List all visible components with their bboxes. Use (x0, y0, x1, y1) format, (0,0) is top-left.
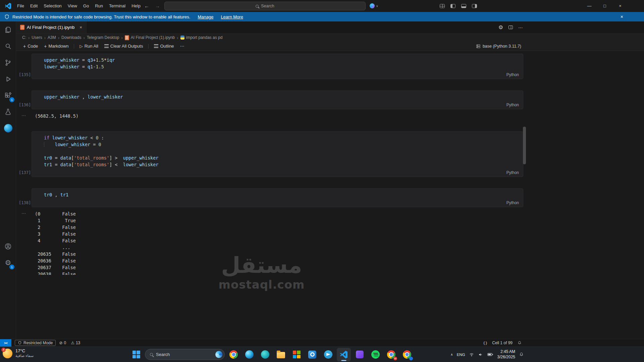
split-editor-icon[interactable] (508, 25, 513, 29)
battery-icon[interactable] (487, 352, 494, 357)
clear-all-outputs-button[interactable]: Clear All Outputs (102, 42, 146, 51)
toolbar-more-icon[interactable]: ⋯ (178, 42, 187, 51)
restricted-mode-status[interactable]: Restricted Mode (15, 340, 56, 346)
output-collapse-icon[interactable]: ⋯ (21, 211, 26, 216)
taskbar-bell-icon[interactable] (519, 352, 524, 357)
menu-help[interactable]: Help (128, 0, 144, 12)
weather-widget[interactable]: 4 17°C سماء صافية (3, 348, 34, 358)
banner-close-icon[interactable]: × (621, 14, 623, 19)
breadcrumb-item[interactable]: C: (22, 35, 26, 40)
cell-output[interactable]: ⋯(5682.5, 1448.5) (16, 113, 523, 119)
copilot-icon[interactable]: ∨ (370, 0, 378, 12)
remote-indicator[interactable]: >< (0, 339, 11, 347)
taskbar-chrome-icon[interactable] (226, 348, 240, 361)
breadcrumb-item[interactable]: Downloads (61, 35, 81, 40)
add-markdown-button[interactable]: + Markdown (42, 42, 71, 51)
taskbar-telegram-icon[interactable] (321, 348, 335, 361)
source-control-icon[interactable] (0, 54, 16, 71)
breadcrumb-item[interactable]: A3M (48, 35, 56, 40)
taskbar-teams-icon[interactable] (258, 348, 272, 361)
menu-selection[interactable]: Selection (41, 0, 64, 12)
tab-close-icon[interactable]: × (79, 25, 82, 30)
output-collapse-icon[interactable]: ⋯ (21, 113, 26, 118)
toggle-secondary-sidebar-icon[interactable] (472, 4, 477, 8)
search-sidebar-icon[interactable] (0, 38, 16, 54)
cell-editor[interactable]: upper_whisker , lower_whiskerPython (32, 90, 523, 109)
cell-language-picker[interactable]: Python (506, 200, 519, 205)
more-actions-icon[interactable]: ⋯ (518, 25, 523, 30)
command-center-search[interactable]: Search (164, 2, 366, 10)
taskbar-search[interactable]: Search (145, 349, 225, 360)
tray-chevron-up-icon[interactable]: ∧ (450, 353, 453, 356)
taskbar-spotify-icon[interactable] (368, 348, 382, 361)
minimize-icon[interactable]: — (582, 0, 597, 12)
run-debug-icon[interactable] (0, 71, 16, 87)
notebook-cell: [135]upper_whisker = q3+1.5*iqrlower_whi… (16, 54, 523, 79)
taskbar-purple-app-icon[interactable] (353, 348, 367, 361)
taskbar-chrome-profile-1-icon[interactable]: M (384, 348, 398, 361)
taskbar-clock[interactable]: 2:45 AM 3/26/2025 (497, 349, 515, 360)
manage-link[interactable]: Manage (198, 14, 213, 19)
extensions-icon[interactable]: 1 (0, 87, 16, 104)
editor-settings-icon[interactable]: ⚙ (498, 25, 503, 30)
error-count: 0 (64, 341, 66, 345)
menu-go[interactable]: Go (80, 0, 92, 12)
back-icon[interactable]: ← (144, 0, 149, 12)
tab-notebook[interactable]: AI Final Project (1).ipynb × (16, 21, 87, 33)
taskbar-file-explorer-icon[interactable] (274, 348, 288, 361)
maximize-icon[interactable]: □ (597, 0, 612, 12)
breadcrumb-item[interactable]: Telegram Desktop (87, 35, 119, 40)
menu-run[interactable]: Run (92, 0, 106, 12)
outline-button[interactable]: Outline (152, 42, 176, 51)
cell-editor[interactable]: if lower_whisker < 0 : lower_whisker = 0… (32, 131, 523, 177)
cell-language-picker[interactable]: Python (506, 72, 519, 77)
close-icon[interactable]: × (612, 0, 628, 12)
weather-description: سماء صافية (15, 354, 34, 358)
customize-layout-icon[interactable] (440, 4, 445, 8)
problems-status[interactable]: ⊘ 0 ⚠ 13 (59, 341, 80, 345)
taskbar-chrome-profile-2-icon[interactable] (400, 348, 414, 361)
cell-output[interactable]: ⋯(0 False 1 True 2 False 3 False 4 False… (16, 210, 523, 275)
cell-status-bar: Python (32, 169, 523, 177)
clear-all-icon (104, 44, 109, 48)
forward-icon[interactable]: → (155, 0, 160, 12)
volume-icon[interactable] (478, 352, 483, 357)
breadcrumb-item[interactable]: Users (32, 35, 42, 40)
execution-count: [138] (19, 200, 31, 205)
cell-language-picker[interactable]: Python (506, 170, 519, 175)
settings-gear-icon[interactable]: ⚙ 1 (0, 254, 16, 271)
taskbar-microsoft-365-icon[interactable] (289, 348, 304, 361)
breadcrumb-symbol[interactable]: import pandas as pd (180, 35, 223, 40)
breadcrumb-file[interactable]: AI Final Project (1).ipynb (125, 35, 175, 40)
toggle-panel-icon[interactable] (461, 4, 466, 8)
explorer-icon[interactable] (0, 21, 16, 38)
menu-file[interactable]: File (14, 0, 27, 12)
editor-scrollbar[interactable] (523, 127, 526, 164)
testing-icon[interactable] (0, 104, 16, 120)
menu-edit[interactable]: Edit (27, 0, 41, 12)
account-icon[interactable] (0, 238, 16, 254)
cell-indicator[interactable]: Cell 1 of 99 (492, 341, 513, 345)
run-all-button[interactable]: ▷ Run All (77, 42, 100, 51)
shield-icon (4, 14, 10, 20)
taskbar-start-button[interactable] (129, 348, 143, 361)
learn-more-link[interactable]: Learn More (221, 14, 243, 19)
taskbar-edge-icon[interactable] (242, 348, 256, 361)
cell-language-picker[interactable]: Python (506, 103, 519, 107)
cell-editor[interactable]: tr0 , tr1Python (32, 188, 523, 207)
toggle-sidebar-icon[interactable] (450, 4, 455, 8)
menu-view[interactable]: View (65, 0, 80, 12)
cell-editor[interactable]: upper_whisker = q3+1.5*iqrlower_whisker … (32, 54, 523, 79)
plus-icon: + (44, 44, 47, 49)
python-icon (180, 36, 184, 40)
taskbar-outlook-icon[interactable] (305, 348, 319, 361)
taskbar-visual-studio-code-icon[interactable] (337, 348, 351, 361)
menu-terminal[interactable]: Terminal (106, 0, 128, 12)
kernel-picker[interactable]: base (Python 3.11.7) (476, 44, 521, 49)
notifications-bell-icon[interactable] (517, 341, 522, 345)
braces-icon[interactable]: {} (483, 341, 487, 345)
wifi-icon[interactable] (469, 352, 474, 357)
language-indicator[interactable]: ENG (457, 353, 465, 357)
add-code-button[interactable]: + Code (21, 42, 40, 51)
edge-extension-icon[interactable] (0, 120, 16, 136)
